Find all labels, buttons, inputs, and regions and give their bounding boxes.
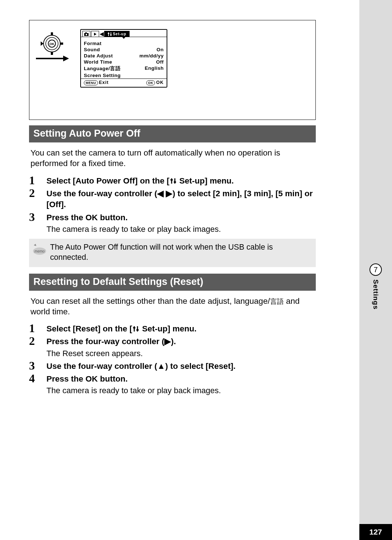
step-number: 3: [29, 211, 46, 223]
svg-rect-17: [174, 178, 175, 184]
manual-page: OK ◀: [0, 0, 359, 540]
lcd-row: Screen Setting: [84, 72, 164, 78]
step-number: 4: [29, 372, 46, 384]
svg-rect-23: [137, 326, 138, 332]
step-row: 4 Press the OK button. The camera is rea…: [29, 372, 316, 396]
chapter-label: Settings: [372, 279, 380, 310]
svg-rect-14: [108, 33, 109, 33]
chapter-number: 7: [369, 263, 382, 276]
svg-rect-25: [136, 329, 139, 331]
step-text: Use the four-way controller (◀ ▶) to sel…: [46, 188, 316, 210]
kanji-text: 言語: [270, 298, 284, 305]
svg-rect-22: [134, 326, 135, 332]
svg-rect-16: [171, 178, 172, 184]
menu-button-icon: MENU: [84, 80, 98, 85]
section1-steps: 1 Select [Auto Power Off] on the [ Set-u…: [29, 174, 316, 235]
step-row: 2 Use the four-way controller (◀ ▶) to s…: [29, 187, 316, 211]
arrow-right-icon: [36, 56, 70, 61]
svg-text:OK: OK: [49, 42, 54, 46]
step-row: 2 Press the four-way controller (▶). The…: [29, 335, 316, 359]
setup-tab: Set-up: [104, 31, 130, 37]
lcd-row: Language/言語English: [84, 65, 164, 72]
step-text: Select [Reset] on the [ Set-up] menu.: [46, 323, 316, 334]
step-subtext: The Reset screen appears.: [46, 347, 316, 359]
play-tab-icon: [91, 31, 99, 37]
step-text: Press the four-way controller (▶).: [46, 336, 316, 347]
step-number: 1: [29, 174, 46, 186]
step-row: 3 Use the four-way controller (▲) to sel…: [29, 359, 316, 372]
section2-steps: 1 Select [Reset] on the [ Set-up] menu. …: [29, 322, 316, 396]
chapter-tab: 7 Settings: [359, 263, 392, 310]
memo-icon: memo: [29, 242, 50, 255]
memo-note: memo The Auto Power Off function will no…: [29, 239, 316, 267]
lcd-screen: ◀ Set-up Format SoundOn Date Adjustmm/dd…: [80, 29, 167, 88]
section2-intro: You can reset all the settings other tha…: [29, 291, 316, 322]
section1-intro: You can set the camera to turn off autom…: [29, 142, 316, 174]
lcd-row: Date Adjustmm/dd/yy: [84, 53, 164, 59]
svg-marker-11: [94, 33, 97, 36]
step-subtext: The camera is ready to take or play back…: [46, 223, 316, 235]
camera-tab-icon: [82, 31, 90, 37]
tab-arrow-icon: ◀: [100, 31, 103, 37]
step-number: 1: [29, 322, 46, 334]
lcd-menu: Format SoundOn Date Adjustmm/dd/yy World…: [81, 39, 167, 78]
svg-rect-9: [85, 32, 87, 33]
setup-tab-label: Set-up: [113, 32, 126, 36]
step-number: 2: [29, 187, 46, 199]
svg-rect-19: [173, 181, 176, 183]
lcd-row: Format: [84, 40, 164, 47]
svg-text:memo: memo: [34, 249, 45, 253]
svg-rect-12: [108, 32, 109, 36]
svg-point-10: [86, 33, 87, 35]
page-number: 127: [359, 524, 392, 540]
svg-rect-13: [111, 32, 111, 36]
svg-marker-7: [41, 41, 44, 46]
step-row: 1 Select [Reset] on the [ Set-up] menu.: [29, 322, 316, 335]
content-area: OK ◀: [29, 20, 316, 396]
step-text: Use the four-way controller (▲) to selec…: [46, 361, 316, 372]
svg-rect-18: [170, 179, 172, 181]
ok-button-icon: OK: [146, 80, 155, 85]
svg-rect-5: [51, 52, 53, 55]
memo-text: The Auto Power Off function will not wor…: [50, 242, 311, 263]
section-heading-reset: Resetting to Default Settings (Reset): [29, 274, 316, 291]
step-text: Press the OK button.: [46, 374, 316, 384]
step-text: Select [Auto Power Off] on the [ Set-up]…: [46, 176, 316, 186]
step-row: 3 Press the OK button. The camera is rea…: [29, 211, 316, 235]
lcd-footer: MENUExit OKOK: [81, 78, 167, 87]
lcd-row: World TimeOff: [84, 59, 164, 65]
svg-rect-6: [60, 43, 63, 45]
svg-rect-24: [133, 327, 135, 329]
svg-rect-4: [51, 32, 53, 35]
diagram-box: OK ◀: [29, 20, 316, 120]
step-text: Press the OK button.: [46, 212, 316, 223]
lcd-tabs: ◀ Set-up: [81, 30, 167, 37]
step-subtext: The camera is ready to take or play back…: [46, 384, 316, 396]
setup-icon: [133, 326, 139, 332]
section-heading-auto-power-off: Setting Auto Power Off: [29, 125, 316, 142]
lcd-row: SoundOn: [84, 47, 164, 53]
svg-rect-15: [110, 34, 111, 35]
step-row: 1 Select [Auto Power Off] on the [ Set-u…: [29, 174, 316, 187]
step-number: 3: [29, 360, 46, 371]
setup-icon: [170, 178, 176, 184]
step-number: 2: [29, 335, 46, 347]
four-way-controller-icon: OK: [40, 32, 64, 55]
